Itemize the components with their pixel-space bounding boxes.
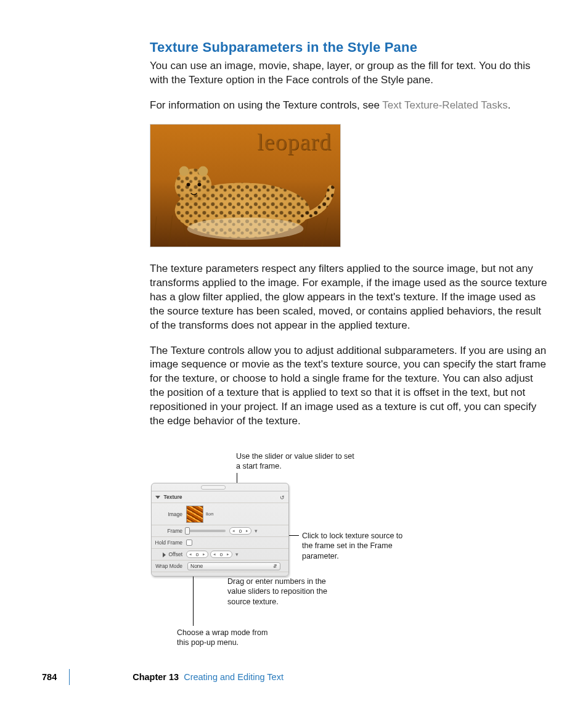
section-heading: Texture Subparameters in the Style Pane bbox=[150, 39, 548, 55]
offset-y-value-slider[interactable]: ◂ 0 ▸ bbox=[210, 551, 232, 558]
panel-tab-strip bbox=[152, 483, 288, 491]
param-menu-icon[interactable]: ▾ bbox=[235, 551, 239, 557]
row-texture-header[interactable]: Texture ↺ bbox=[152, 491, 288, 503]
panel-tab-stub bbox=[201, 485, 226, 490]
callout-offset: Drag or enter numbers in the value slide… bbox=[227, 577, 332, 607]
reset-icon[interactable]: ↺ bbox=[280, 495, 285, 501]
callout-wrap-mode: Choose a wrap mode from this pop-up menu… bbox=[177, 628, 282, 648]
row-hold-frame: Hold Frame bbox=[152, 537, 288, 549]
disclosure-triangle-icon[interactable] bbox=[163, 552, 166, 557]
svg-point-17 bbox=[187, 218, 304, 240]
label-frame: Frame bbox=[152, 528, 186, 534]
frame-value-slider[interactable]: ◂ 0 ▸ bbox=[229, 527, 251, 535]
stepper-right-icon[interactable]: ▸ bbox=[226, 552, 231, 557]
page-footer: 784 Chapter 13 Creating and Editing Text bbox=[42, 669, 284, 685]
paragraph-2-post: . bbox=[508, 99, 511, 111]
paragraph-4: The Texture controls allow you to adjust… bbox=[150, 344, 548, 429]
svg-point-14 bbox=[198, 166, 208, 176]
figure-leopard-text: leopard bbox=[257, 128, 332, 155]
row-image: Image lion bbox=[152, 503, 288, 525]
svg-point-16 bbox=[197, 183, 201, 186]
svg-point-15 bbox=[187, 183, 190, 186]
stepper-left-icon[interactable]: ◂ bbox=[231, 528, 236, 533]
texture-section-label: Texture bbox=[163, 494, 182, 500]
wrap-mode-value: None bbox=[190, 563, 203, 569]
paragraph-2: For information on using the Texture con… bbox=[150, 99, 548, 113]
texture-panel: Texture ↺ Image lion Frame ◂ 0 ▸ ▾ bbox=[151, 483, 289, 577]
hold-frame-checkbox[interactable] bbox=[186, 540, 192, 546]
figure-leopard: leopard bbox=[150, 124, 341, 247]
stepper-left-icon[interactable]: ◂ bbox=[212, 552, 217, 557]
label-wrap-mode: Wrap Mode bbox=[152, 563, 186, 569]
svg-point-13 bbox=[179, 166, 189, 176]
stepper-right-icon[interactable]: ▸ bbox=[245, 528, 250, 533]
label-hold-frame: Hold Frame bbox=[152, 540, 186, 546]
param-menu-icon[interactable]: ▾ bbox=[255, 528, 258, 534]
label-offset: Offset bbox=[168, 551, 182, 557]
offset-x-value[interactable]: 0 bbox=[193, 552, 202, 557]
chapter-label: Chapter 13 bbox=[133, 672, 179, 682]
callout-start-frame: Use the slider or value slider to set a … bbox=[236, 451, 359, 472]
paragraph-1: You can use an image, movie, shape, laye… bbox=[150, 59, 548, 88]
stepper-left-icon[interactable]: ◂ bbox=[188, 552, 193, 557]
link-text-texture-tasks[interactable]: Text Texture-Related Tasks bbox=[382, 99, 507, 111]
callout-hold-frame: Click to lock texture source to the fram… bbox=[302, 531, 410, 561]
footer-divider bbox=[69, 669, 70, 685]
disclosure-triangle-icon[interactable] bbox=[155, 496, 160, 499]
paragraph-3: The texture parameters respect any filte… bbox=[150, 262, 548, 333]
slider-thumb-icon[interactable] bbox=[185, 527, 190, 535]
popup-chevron-icon: ⇵ bbox=[273, 564, 277, 569]
row-offset: Offset ◂ 0 ▸ ◂ 0 ▸ ▾ bbox=[152, 549, 288, 560]
page-number: 784 bbox=[42, 672, 57, 682]
panel-bottom-edge bbox=[152, 572, 288, 576]
image-well[interactable] bbox=[186, 506, 203, 523]
wrap-mode-popup[interactable]: None ⇵ bbox=[187, 562, 280, 570]
frame-value[interactable]: 0 bbox=[236, 528, 245, 534]
frame-slider[interactable] bbox=[186, 530, 226, 532]
offset-y-value[interactable]: 0 bbox=[217, 552, 226, 557]
stepper-right-icon[interactable]: ▸ bbox=[202, 552, 206, 557]
row-frame: Frame ◂ 0 ▸ ▾ bbox=[152, 525, 288, 537]
image-well-name: lion bbox=[206, 511, 213, 517]
chapter-title: Creating and Editing Text bbox=[184, 672, 284, 682]
paragraph-2-pre: For information on using the Texture con… bbox=[150, 99, 382, 111]
label-image: Image bbox=[152, 511, 186, 517]
offset-x-value-slider[interactable]: ◂ 0 ▸ bbox=[186, 551, 208, 558]
row-wrap-mode: Wrap Mode None ⇵ bbox=[152, 560, 288, 572]
